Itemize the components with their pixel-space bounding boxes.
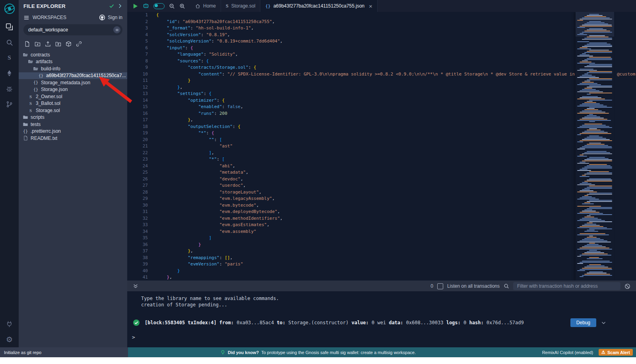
copilot-status[interactable]: RemixAI Copilot (enabled)	[542, 350, 593, 355]
ai-scan-icon[interactable]	[143, 3, 149, 9]
code-editor[interactable]: 1{2 "id": "a69b43f277ba20fcac141151250ca…	[127, 12, 636, 281]
link-icon[interactable]	[76, 41, 82, 47]
zoom-out-icon[interactable]	[169, 3, 175, 9]
clear-console-icon[interactable]	[624, 283, 630, 289]
search-icon[interactable]	[0, 35, 19, 50]
scam-alert-label: Scam Alert	[607, 350, 630, 355]
tree-item-label: Storage_metadata.json	[41, 80, 90, 85]
tree-item-label: build-info	[41, 66, 60, 72]
solidity-compiler-icon[interactable]: S	[0, 50, 19, 66]
tree-item-contracts[interactable]: contracts	[19, 51, 127, 58]
debug-button[interactable]: Debug	[570, 318, 596, 327]
tree-item-storage-metadata-json[interactable]: {}Storage_metadata.json	[19, 79, 127, 86]
code-lines: 1{2 "id": "a69b43f277ba20fcac141151250ca…	[127, 12, 636, 281]
zoom-in-icon[interactable]	[179, 3, 185, 9]
window-bottom-gap	[0, 357, 636, 364]
file-icon	[23, 136, 28, 141]
tree-item-label: Storage.sol	[36, 108, 60, 113]
file-explorer-toolbar	[19, 37, 127, 50]
filter-input[interactable]	[513, 282, 620, 290]
file-tree: contractsartifactsbuild-info{}a69b43f277…	[19, 51, 127, 142]
tx-expand-chevron-icon[interactable]	[601, 320, 606, 325]
tree-item-a69b43f277ba20fcac141151250ca7[interactable]: {}a69b43f277ba20fcac141151250ca7...	[19, 72, 127, 79]
tree-item-label: 3_Ballot.sol	[36, 101, 60, 106]
terminal-panel: 0 Listen on all transactions Type the li…	[127, 281, 636, 348]
init-git-repo-label: Initialize as git repo	[4, 350, 41, 355]
tree-item-label: README.txt	[31, 136, 57, 141]
settings-gear-icon[interactable]: ⚙	[0, 332, 19, 347]
new-folder-icon[interactable]	[35, 41, 41, 47]
folder-icon	[23, 122, 28, 127]
minimap[interactable]	[576, 12, 614, 281]
tree-item-prettierrc-json[interactable]: {}.prettierrc.json	[19, 128, 127, 135]
minimap-content	[576, 12, 614, 277]
sign-in-label: Sign in	[108, 15, 122, 20]
solidity-icon: S	[28, 94, 33, 99]
transaction-row[interactable]: [block:5583405 txIndex:4] from: 0xa03...…	[133, 318, 636, 327]
tree-item-readme-txt[interactable]: README.txt	[19, 135, 127, 142]
tree-item-tests[interactable]: tests	[19, 121, 127, 128]
tree-item-label: 2_Owner.sol	[36, 94, 62, 99]
tab-label: Home	[203, 3, 216, 9]
solidity-icon: S	[28, 108, 33, 113]
close-icon[interactable]: ×	[369, 3, 372, 10]
tab-home[interactable]: Home	[190, 0, 221, 12]
load-cube-icon[interactable]	[66, 41, 72, 47]
tree-item-3-ballot-sol[interactable]: S3_Ballot.sol	[19, 100, 127, 107]
workspace-options-icon[interactable]	[113, 26, 120, 33]
tip-bulb-icon	[220, 350, 225, 355]
workspaces-menu-icon[interactable]	[23, 15, 29, 21]
tree-item-storage-sol[interactable]: SStorage.sol	[19, 107, 127, 114]
listen-all-transactions-label: Listen on all transactions	[447, 283, 500, 289]
new-file-icon[interactable]	[24, 41, 30, 47]
remix-ide-window: S ⚙ FILE EXPLORER	[0, 0, 636, 364]
folder-open-icon	[23, 52, 28, 58]
tx-success-check-icon	[133, 319, 140, 326]
terminal-search-icon	[504, 283, 509, 289]
listen-all-transactions-checkbox[interactable]	[437, 283, 443, 289]
tab-build-info-json[interactable]: {} a69b43f277ba20fcac141151250ca755.json…	[260, 0, 377, 12]
file-explorer-panel: FILE EXPLORER WORKSPACES Sign in default…	[19, 0, 127, 347]
tree-item-label: artifacts	[36, 59, 52, 64]
upload-folder-icon[interactable]	[55, 41, 61, 47]
tx-summary: [block:5583405 txIndex:4] from: 0xa03...…	[145, 320, 524, 325]
terminal-log-line: creation of Storage pending...	[141, 302, 636, 308]
folder-open-icon	[28, 59, 33, 64]
debugger-icon[interactable]	[0, 81, 19, 97]
panel-collapse-chevron-icon[interactable]	[118, 4, 122, 8]
git-icon[interactable]	[0, 97, 19, 112]
tree-item-label: scripts	[31, 114, 45, 120]
editor-toggle-switch[interactable]	[153, 3, 165, 9]
play-icon[interactable]	[132, 3, 138, 9]
solidity-file-icon: S	[226, 3, 229, 9]
panel-title: FILE EXPLORER	[23, 3, 66, 9]
status-bar: Did you know? To prototype using the Gno…	[0, 347, 636, 357]
init-git-repo-button[interactable]: Initialize as git repo	[0, 347, 128, 357]
expand-terminal-icon[interactable]	[133, 283, 138, 289]
warning-icon: ⚠	[601, 350, 605, 355]
workspace-select[interactable]: default_workspace	[23, 24, 122, 35]
folder-icon	[23, 114, 28, 120]
sign-in-button[interactable]: Sign in	[99, 14, 122, 21]
json-file-icon: {}	[265, 4, 270, 9]
editor-area: Home S Storage.sol {} a69b43f277ba20fcac…	[127, 0, 636, 281]
tab-label: Storage.sol	[231, 3, 256, 9]
remix-logo-icon[interactable]	[4, 3, 15, 14]
tree-item-scripts[interactable]: scripts	[19, 114, 127, 121]
folder-open-icon	[33, 66, 39, 72]
terminal-prompt[interactable]: >	[132, 334, 636, 340]
tree-item-artifacts[interactable]: artifacts	[19, 58, 127, 66]
home-icon	[195, 4, 200, 9]
tree-item-build-info[interactable]: build-info	[19, 65, 127, 72]
deploy-run-icon[interactable]	[0, 66, 19, 81]
upload-file-icon[interactable]	[45, 41, 51, 47]
tree-item-storage-json[interactable]: {}Storage.json	[19, 86, 127, 93]
terminal-header: 0 Listen on all transactions	[127, 281, 636, 291]
tab-storage-sol[interactable]: S Storage.sol	[221, 0, 260, 12]
plugin-manager-icon[interactable]	[0, 316, 19, 332]
file-explorer-icon[interactable]	[0, 19, 19, 35]
json-icon: {}	[33, 87, 39, 92]
scam-alert-badge[interactable]: ⚠ Scam Alert	[599, 349, 633, 356]
activity-bar: S ⚙	[0, 0, 19, 347]
tree-item-2-owner-sol[interactable]: S2_Owner.sol	[19, 93, 127, 100]
